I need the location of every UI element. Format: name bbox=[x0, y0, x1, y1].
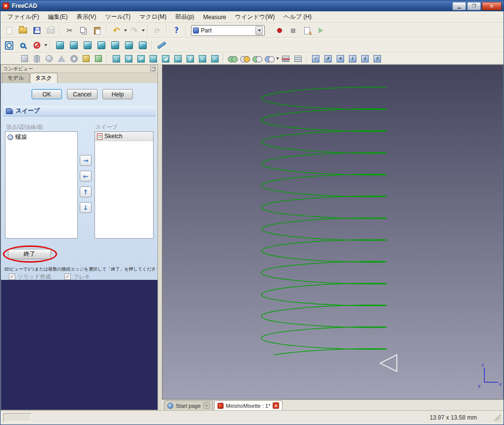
document-close-icon[interactable] bbox=[273, 402, 279, 409]
bottom-view-button[interactable] bbox=[122, 39, 135, 51]
part-box-button[interactable] bbox=[19, 54, 31, 63]
undo-dropdown-icon[interactable] bbox=[124, 30, 127, 31]
create-solid-option[interactable]: ソリッド作成 bbox=[9, 273, 51, 280]
frenet-checkbox[interactable] bbox=[64, 273, 71, 280]
part-shapebuilder-button[interactable] bbox=[93, 54, 104, 63]
help-button[interactable]: Help bbox=[102, 89, 133, 99]
frenet-option[interactable]: フレネ bbox=[64, 273, 90, 280]
measure-distance-button[interactable] bbox=[155, 39, 168, 51]
part-torus-button[interactable] bbox=[68, 54, 80, 63]
part-refine-shape-button[interactable] bbox=[334, 54, 346, 63]
panel-splitter[interactable] bbox=[158, 64, 162, 410]
axonometric-view-button[interactable] bbox=[53, 39, 66, 51]
new-document-button[interactable] bbox=[2, 25, 16, 36]
part-makeface-button[interactable] bbox=[172, 54, 184, 63]
source-listbox[interactable]: 螺旋 bbox=[5, 131, 78, 239]
macro-play-button[interactable] bbox=[314, 25, 327, 36]
redo-button[interactable] bbox=[127, 25, 141, 36]
part-check-geometry-button[interactable] bbox=[310, 54, 321, 63]
maximize-button[interactable] bbox=[467, 2, 481, 10]
ok-button[interactable]: OK bbox=[32, 89, 62, 99]
part-section-button[interactable] bbox=[280, 54, 291, 63]
part-fillet-button[interactable] bbox=[147, 54, 159, 63]
print-button[interactable] bbox=[44, 25, 57, 36]
cut-button[interactable] bbox=[63, 25, 76, 36]
list-item-helix[interactable]: 螺旋 bbox=[5, 132, 77, 142]
minimize-button[interactable] bbox=[452, 2, 466, 10]
move-right-button[interactable] bbox=[80, 155, 92, 166]
menu-file[interactable]: ファイル(F) bbox=[3, 11, 43, 23]
cancel-button[interactable]: Cancel bbox=[67, 89, 97, 99]
menu-help[interactable]: ヘルプ (H) bbox=[280, 11, 315, 23]
menu-edit[interactable]: 編集(E) bbox=[44, 11, 71, 23]
part-cross-sections-button[interactable] bbox=[292, 54, 304, 63]
macro-record-button[interactable] bbox=[273, 25, 286, 36]
done-button[interactable]: 終了 bbox=[8, 249, 51, 259]
create-solid-checkbox[interactable] bbox=[9, 273, 15, 280]
menu-measure[interactable]: Measure bbox=[199, 12, 230, 22]
list-item-sketch[interactable]: Sketch bbox=[95, 132, 153, 141]
part-loft-button[interactable] bbox=[196, 54, 208, 63]
tab-model[interactable]: モデル bbox=[2, 73, 30, 83]
tab-start-page[interactable]: Start page bbox=[164, 400, 213, 410]
document-tab-label: MeishoMisette : 1* bbox=[226, 403, 270, 409]
fit-all-button[interactable] bbox=[2, 39, 16, 51]
size-readout: 13.97 x 13.58 mm bbox=[430, 414, 477, 421]
workbench-dropdown-button[interactable] bbox=[255, 26, 263, 35]
macro-edit-button[interactable] bbox=[300, 25, 314, 36]
resize-grip[interactable] bbox=[494, 414, 501, 421]
move-down-button[interactable] bbox=[80, 202, 92, 213]
rear-view-button[interactable] bbox=[108, 39, 122, 51]
part-chamfer-button[interactable] bbox=[159, 54, 171, 63]
copy-button[interactable] bbox=[77, 25, 90, 36]
top-view-button[interactable] bbox=[81, 39, 94, 51]
part-cut-button[interactable] bbox=[251, 54, 263, 63]
redo-dropdown-icon[interactable] bbox=[142, 30, 145, 31]
save-button[interactable] bbox=[30, 25, 43, 36]
part-extrude-button[interactable] bbox=[110, 54, 122, 63]
part-import-button[interactable] bbox=[359, 54, 371, 63]
tab-tasks[interactable]: タスク bbox=[30, 73, 58, 83]
right-view-button[interactable] bbox=[94, 39, 108, 51]
move-up-button[interactable] bbox=[80, 186, 92, 197]
part-cone-button[interactable] bbox=[56, 54, 67, 63]
workbench-selector[interactable]: Part bbox=[191, 25, 265, 36]
part-ruledsurface-button[interactable] bbox=[184, 54, 196, 63]
part-revolve-button[interactable] bbox=[123, 54, 134, 63]
part-sweep-button[interactable] bbox=[209, 54, 220, 63]
left-view-button[interactable] bbox=[136, 39, 149, 51]
part-boolean-button[interactable] bbox=[263, 54, 275, 63]
menu-tools[interactable]: ツール(T) bbox=[101, 11, 134, 23]
close-button[interactable] bbox=[482, 2, 502, 10]
open-button[interactable] bbox=[16, 25, 30, 36]
float-panel-button[interactable] bbox=[150, 66, 156, 71]
start-page-close-icon[interactable] bbox=[203, 402, 210, 409]
menu-macro[interactable]: マクロ(M) bbox=[135, 11, 170, 23]
undo-button[interactable] bbox=[110, 25, 123, 36]
macro-stop-button[interactable] bbox=[286, 25, 300, 36]
part-export-button[interactable] bbox=[371, 54, 383, 63]
part-union-button[interactable] bbox=[226, 54, 238, 63]
fit-selection-button[interactable] bbox=[16, 39, 30, 51]
move-left-button[interactable] bbox=[80, 171, 92, 182]
part-sphere-button[interactable] bbox=[43, 54, 55, 63]
part-mirror-button[interactable] bbox=[135, 54, 147, 63]
part-primitives-button[interactable] bbox=[80, 54, 92, 63]
whats-this-button[interactable] bbox=[170, 25, 183, 36]
part-defeaturing-button[interactable] bbox=[322, 54, 334, 63]
draw-style-button[interactable] bbox=[30, 39, 43, 51]
part-common-button[interactable] bbox=[239, 54, 251, 63]
refresh-button[interactable] bbox=[151, 25, 164, 36]
draw-style-dropdown-icon[interactable] bbox=[44, 44, 47, 46]
front-view-button[interactable] bbox=[67, 39, 80, 51]
boolean-dropdown-icon[interactable] bbox=[276, 58, 279, 60]
part-cylinder-button[interactable] bbox=[31, 54, 43, 63]
3d-view[interactable]: z x y bbox=[162, 64, 504, 399]
sweep-listbox[interactable]: Sketch bbox=[94, 131, 154, 239]
menu-windows[interactable]: ウインドウ(W) bbox=[231, 11, 279, 23]
part-shape-info-button[interactable] bbox=[346, 54, 358, 63]
menu-view[interactable]: 表示(V) bbox=[72, 11, 100, 23]
menu-part[interactable]: 部品(p) bbox=[171, 11, 198, 23]
tab-document[interactable]: MeishoMisette : 1* bbox=[214, 400, 283, 410]
paste-button[interactable] bbox=[91, 25, 104, 36]
